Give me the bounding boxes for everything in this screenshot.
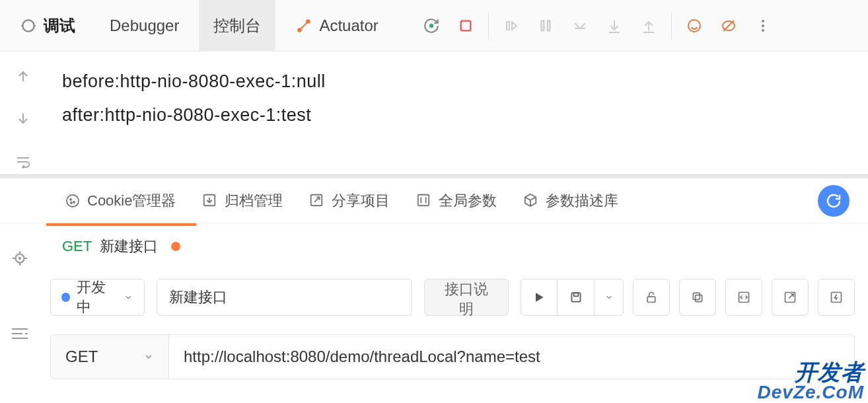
action-group — [521, 279, 855, 316]
archive-label: 归档管理 — [225, 191, 283, 211]
evaluate-button[interactable] — [680, 11, 709, 40]
step-into-button[interactable] — [565, 11, 595, 40]
archive-icon — [202, 193, 218, 209]
actuator-icon — [295, 17, 312, 34]
mute-button[interactable] — [714, 11, 743, 40]
svg-point-12 — [762, 29, 764, 32]
pause-button[interactable] — [531, 11, 560, 40]
lock-button[interactable] — [633, 279, 670, 316]
svg-rect-26 — [693, 293, 700, 299]
svg-rect-22 — [571, 293, 580, 301]
tab-actuator[interactable]: Actuator — [281, 0, 392, 52]
export-button[interactable] — [772, 279, 809, 316]
step-down-button[interactable] — [600, 11, 629, 40]
save-button[interactable] — [558, 279, 595, 316]
svg-point-15 — [73, 202, 75, 203]
status-select[interactable]: 开发中 — [50, 279, 145, 316]
console-gutter — [0, 52, 46, 174]
tab-console-label: 控制台 — [213, 15, 261, 36]
svg-rect-5 — [507, 22, 509, 30]
cookie-manager-label: Cookie管理器 — [87, 191, 176, 211]
svg-rect-7 — [548, 20, 550, 30]
api-tab[interactable]: GET 新建接口 — [46, 223, 196, 267]
global-params-label: 全局参数 — [439, 191, 497, 211]
send-button[interactable] — [521, 279, 558, 316]
http-method-select[interactable]: GET — [50, 334, 169, 379]
locate-icon[interactable] — [11, 250, 28, 267]
share-icon — [309, 193, 325, 209]
refresh-button[interactable] — [818, 185, 850, 217]
cookie-icon — [65, 193, 81, 209]
wrap-button[interactable] — [10, 149, 36, 174]
param-lib-label: 参数描述库 — [546, 191, 618, 211]
tab-debugger-label: Debugger — [110, 17, 179, 35]
api-tab-bar: GET 新建接口 — [0, 223, 868, 267]
tab-debug[interactable]: 调试 — [5, 0, 90, 52]
svg-point-16 — [71, 202, 72, 203]
share-button[interactable]: 分享项目 — [309, 191, 390, 211]
svg-rect-24 — [647, 297, 655, 302]
separator — [488, 13, 489, 39]
share-label: 分享项目 — [332, 191, 390, 211]
api-name-input[interactable] — [157, 279, 412, 316]
api-toolbar: Cookie管理器 归档管理 分享项目 全局参数 参数描述库 — [0, 178, 868, 223]
cookie-manager-button[interactable]: Cookie管理器 — [65, 191, 176, 211]
status-dot-icon — [61, 293, 70, 302]
scroll-down-button[interactable] — [10, 106, 36, 132]
api-form-row: 开发中 接口说明 — [0, 267, 868, 328]
svg-point-10 — [762, 20, 764, 22]
debug-icon — [20, 17, 37, 34]
archive-button[interactable]: 归档管理 — [202, 191, 283, 211]
step-over-button[interactable] — [497, 11, 526, 40]
svg-point-11 — [762, 24, 764, 27]
save-dropdown-button[interactable] — [595, 279, 624, 316]
chevron-down-icon — [143, 351, 154, 362]
api-tab-name: 新建接口 — [100, 237, 158, 256]
url-input[interactable] — [169, 334, 855, 379]
svg-point-21 — [19, 258, 20, 259]
separator — [671, 13, 672, 39]
console-output[interactable]: before:http-nio-8080-exec-1:null after:h… — [46, 52, 868, 174]
more-button[interactable] — [748, 11, 778, 40]
svg-point-14 — [70, 199, 71, 200]
copy-button[interactable] — [679, 279, 716, 316]
tab-debugger[interactable]: Debugger — [95, 0, 194, 52]
global-params-button[interactable]: 全局参数 — [416, 191, 497, 211]
url-row: GET — [0, 328, 868, 386]
step-out-button[interactable] — [634, 11, 663, 40]
rerun-button[interactable] — [417, 11, 446, 40]
stop-button[interactable] — [451, 11, 480, 40]
svg-rect-25 — [696, 295, 702, 302]
bolt-button[interactable] — [818, 279, 855, 316]
watermark: 开发者 DevZe.CoM — [758, 361, 864, 402]
svg-point-0 — [22, 20, 34, 31]
param-lib-button[interactable]: 参数描述库 — [523, 191, 618, 211]
tab-actuator-label: Actuator — [319, 17, 378, 35]
tab-console[interactable]: 控制台 — [199, 0, 275, 52]
svg-rect-19 — [418, 194, 429, 205]
filter-icon[interactable] — [11, 326, 29, 341]
console-body: before:http-nio-8080-exec-1:null after:h… — [0, 52, 868, 174]
debugger-toolbar: 调试 Debugger 控制台 Actuator — [0, 0, 868, 52]
left-gutter — [0, 230, 40, 341]
svg-point-13 — [67, 195, 79, 207]
svg-point-8 — [688, 20, 700, 32]
tab-debug-label: 调试 — [44, 15, 75, 36]
scroll-up-button[interactable] — [10, 63, 36, 89]
console-line: after:http-nio-8080-exec-1:test — [62, 98, 852, 132]
params-icon — [416, 193, 432, 209]
svg-rect-23 — [573, 293, 578, 296]
status-label: 开发中 — [77, 277, 117, 317]
http-method-label: GET — [65, 348, 98, 366]
api-description-button[interactable]: 接口说明 — [424, 279, 509, 316]
svg-rect-6 — [541, 20, 544, 30]
console-line: before:http-nio-8080-exec-1:null — [62, 65, 852, 98]
api-tab-method: GET — [62, 238, 92, 255]
svg-rect-4 — [460, 20, 470, 30]
svg-point-3 — [429, 23, 434, 28]
unsaved-dot-icon — [171, 242, 180, 251]
code-button[interactable] — [725, 279, 762, 316]
box-icon — [523, 193, 539, 209]
chevron-down-icon — [124, 292, 133, 303]
